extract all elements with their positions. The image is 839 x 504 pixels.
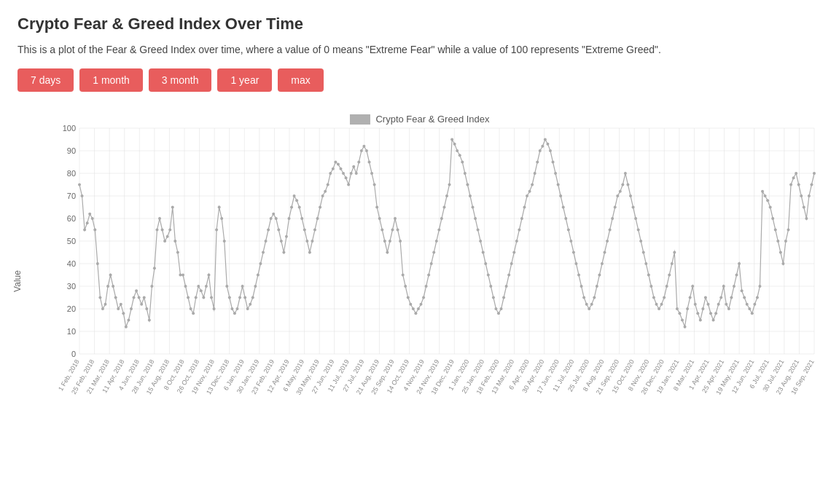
chart-container: Crypto Fear & Greed Index Value xyxy=(17,106,822,456)
fear-greed-canvas xyxy=(50,106,822,412)
page-description: This is a plot of the Fear & Greed Index… xyxy=(17,44,822,55)
y-axis-label: Value xyxy=(12,259,23,303)
btn-max[interactable]: max xyxy=(278,68,323,92)
time-filter-group: 7 days 1 month 3 month 1 year max xyxy=(17,68,822,92)
page-title: Crypto Fear & Greed Index Over Time xyxy=(17,15,822,34)
btn-1month[interactable]: 1 month xyxy=(79,68,143,92)
chart-inner xyxy=(50,106,822,412)
btn-3month[interactable]: 3 month xyxy=(149,68,212,92)
btn-7days[interactable]: 7 days xyxy=(17,68,74,92)
btn-1year[interactable]: 1 year xyxy=(217,68,272,92)
